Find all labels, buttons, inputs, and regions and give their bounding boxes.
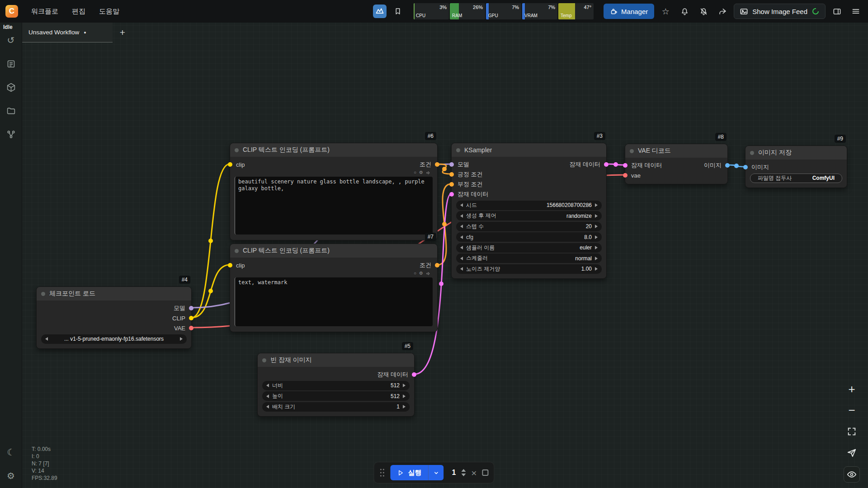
- prompt-textarea[interactable]: text, watermark: [235, 277, 433, 326]
- prompt-textarea[interactable]: beautiful scenery nature glass bottle la…: [235, 177, 433, 235]
- output-port-conditioning[interactable]: [435, 263, 439, 267]
- node-collapse-dot[interactable]: [750, 151, 754, 155]
- menu-edit[interactable]: 편집: [65, 0, 92, 23]
- input-port-clip[interactable]: [228, 162, 232, 167]
- increment-icon[interactable]: [595, 214, 598, 218]
- workflows-folder-icon[interactable]: [5, 105, 17, 117]
- increment-icon[interactable]: [403, 384, 406, 387]
- model-library-icon[interactable]: [5, 81, 17, 93]
- input-port-image[interactable]: [743, 165, 748, 169]
- input-port-latent[interactable]: [623, 163, 627, 168]
- decrement-icon[interactable]: [266, 394, 269, 398]
- settings-gear-icon[interactable]: ⚙: [5, 470, 17, 482]
- output-port-image[interactable]: [725, 163, 730, 168]
- stop-button[interactable]: [482, 469, 489, 476]
- pin-circle-icon[interactable]: ○: [414, 271, 416, 276]
- decrement-icon[interactable]: [460, 203, 463, 207]
- clear-queue-button[interactable]: ×: [471, 468, 476, 478]
- node-collapse-dot[interactable]: [456, 148, 460, 152]
- widget-scheduler[interactable]: 스케줄러 normal: [456, 253, 602, 263]
- resource-monitor-icon[interactable]: [373, 5, 387, 18]
- node-title-bar[interactable]: 체크포인트 로드: [37, 287, 191, 300]
- fit-view-button[interactable]: [844, 424, 860, 439]
- node-title-bar[interactable]: VAE 디코드: [625, 144, 727, 158]
- node-ksampler[interactable]: #3 KSampler 모델 잠재 데이터 긍정 조건 부정 조건 잠재 데이터…: [451, 143, 607, 279]
- widget-width[interactable]: 너비 512: [262, 381, 410, 390]
- widget-control-after-generate[interactable]: 생성 후 제어 randomize: [456, 211, 602, 221]
- hamburger-menu-icon[interactable]: [848, 4, 863, 19]
- input-port-model[interactable]: [449, 162, 454, 167]
- decrement-icon[interactable]: [460, 214, 463, 218]
- bookmark-icon[interactable]: [390, 4, 406, 19]
- zoom-out-button[interactable]: −: [844, 403, 860, 418]
- batch-count-input[interactable]: 1: [452, 469, 456, 477]
- notifications-bell-icon[interactable]: [677, 4, 692, 19]
- input-port-clip[interactable]: [228, 263, 232, 267]
- notifications-muted-bell-icon[interactable]: [696, 4, 711, 19]
- pin-circle-icon[interactable]: ○: [414, 170, 416, 175]
- node-title-bar[interactable]: CLIP 텍스트 인코딩 (프롬프트): [230, 244, 437, 258]
- node-gear-icon[interactable]: ⚙: [419, 271, 423, 276]
- widget-seed[interactable]: 시드 156680208700286: [456, 201, 602, 210]
- node-collapse-dot[interactable]: [41, 292, 45, 296]
- increment-icon[interactable]: [461, 469, 466, 472]
- increment-icon[interactable]: [403, 405, 406, 408]
- show-image-feed-button[interactable]: Show Image Feed: [734, 4, 826, 19]
- decrement-icon[interactable]: [460, 267, 463, 271]
- node-collapse-dot[interactable]: [630, 149, 634, 153]
- decrement-icon[interactable]: [461, 474, 466, 476]
- node-gear-icon[interactable]: ⚙: [419, 170, 423, 175]
- output-port-vae[interactable]: [189, 326, 193, 330]
- input-port-vae[interactable]: [623, 173, 627, 178]
- speaker-icon[interactable]: [426, 170, 431, 175]
- decrement-icon[interactable]: [266, 384, 269, 387]
- node-title-bar[interactable]: KSampler: [452, 143, 606, 157]
- decrement-icon[interactable]: [460, 246, 463, 249]
- decrement-icon[interactable]: [460, 235, 463, 239]
- node-title-bar[interactable]: 이미지 저장: [745, 146, 847, 160]
- node-empty-latent-image[interactable]: #5 빈 잠재 이미지 잠재 데이터 너비 512 높이 512 배치 크기 1: [257, 353, 415, 417]
- node-collapse-dot[interactable]: [235, 249, 239, 253]
- widget-sampler-name[interactable]: 샘플러 이름 euler: [456, 243, 602, 253]
- tab-unsaved-workflow[interactable]: Unsaved Workflow ●: [22, 23, 113, 42]
- node-title-bar[interactable]: 빈 잠재 이미지: [258, 353, 414, 367]
- node-collapse-dot[interactable]: [235, 148, 239, 152]
- combo-prev-icon[interactable]: [45, 337, 48, 341]
- output-port-model[interactable]: [189, 306, 193, 310]
- zoom-in-button[interactable]: +: [844, 381, 860, 397]
- new-workflow-tab-button[interactable]: +: [113, 23, 132, 42]
- node-load-checkpoint[interactable]: #4 체크포인트 로드 모델 CLIP VAE ... v1-5-pruned-…: [36, 286, 192, 349]
- output-port-conditioning[interactable]: [435, 162, 439, 167]
- widget-batch-size[interactable]: 배치 크기 1: [262, 402, 410, 412]
- increment-icon[interactable]: [595, 246, 598, 249]
- run-button[interactable]: 실행: [390, 465, 428, 480]
- favorite-star-icon[interactable]: ☆: [658, 4, 673, 19]
- toggle-visibility-button[interactable]: [844, 466, 860, 483]
- increment-icon[interactable]: [595, 203, 598, 207]
- sidebar-toggle-icon[interactable]: [829, 4, 844, 19]
- decrement-icon[interactable]: [460, 225, 463, 228]
- filename-prefix-widget[interactable]: 파일명 접두사 ComfyUI: [750, 174, 842, 183]
- node-title-bar[interactable]: CLIP 텍스트 인코딩 (프롬프트): [230, 143, 437, 157]
- theme-moon-icon[interactable]: ☾: [5, 446, 17, 458]
- input-port-positive[interactable]: [449, 172, 454, 177]
- increment-icon[interactable]: [403, 394, 406, 398]
- decrement-icon[interactable]: [460, 257, 463, 260]
- pan-mode-button[interactable]: [844, 445, 860, 460]
- output-port-latent[interactable]: [412, 372, 416, 377]
- node-clip-text-encode-negative[interactable]: #7 CLIP 텍스트 인코딩 (프롬프트) clip 조건 ○ ⚙ text,…: [230, 244, 438, 332]
- menu-workflow[interactable]: 워크플로: [24, 0, 65, 23]
- output-port-clip[interactable]: [189, 316, 193, 320]
- comfyui-logo[interactable]: C: [5, 5, 18, 18]
- node-clip-text-encode-positive[interactable]: #6 CLIP 텍스트 인코딩 (프롬프트) clip 조건 ○ ⚙ beaut…: [230, 143, 438, 240]
- increment-icon[interactable]: [595, 267, 598, 271]
- node-templates-icon[interactable]: [5, 128, 17, 140]
- increment-icon[interactable]: [595, 225, 598, 228]
- decrement-icon[interactable]: [266, 405, 269, 408]
- input-port-latent[interactable]: [449, 192, 454, 197]
- queue-list-icon[interactable]: [5, 58, 17, 70]
- speaker-icon[interactable]: [426, 271, 431, 276]
- widget-denoise[interactable]: 노이즈 제거양 1.00: [456, 264, 602, 274]
- drag-handle[interactable]: [379, 468, 385, 477]
- menu-help[interactable]: 도움말: [92, 0, 126, 23]
